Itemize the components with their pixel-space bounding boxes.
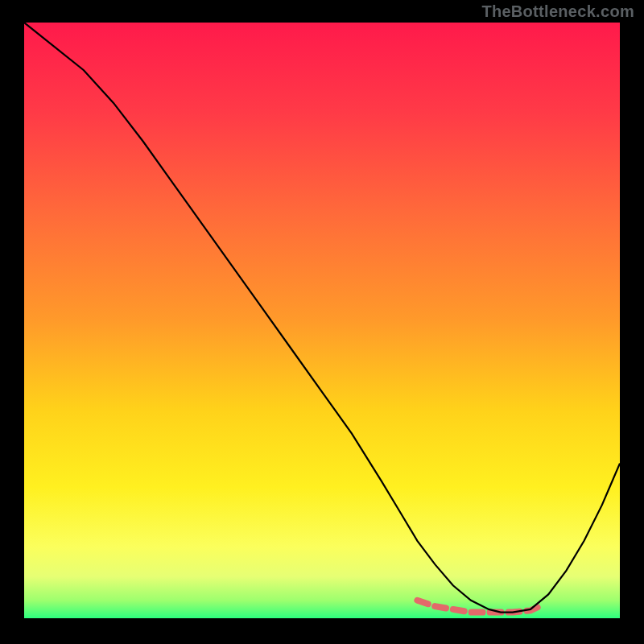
chart-svg <box>24 23 620 618</box>
chart-container: TheBottleneck.com <box>0 0 644 644</box>
watermark-text: TheBottleneck.com <box>481 2 634 21</box>
plot-area <box>24 23 620 618</box>
gradient-background <box>24 23 620 618</box>
